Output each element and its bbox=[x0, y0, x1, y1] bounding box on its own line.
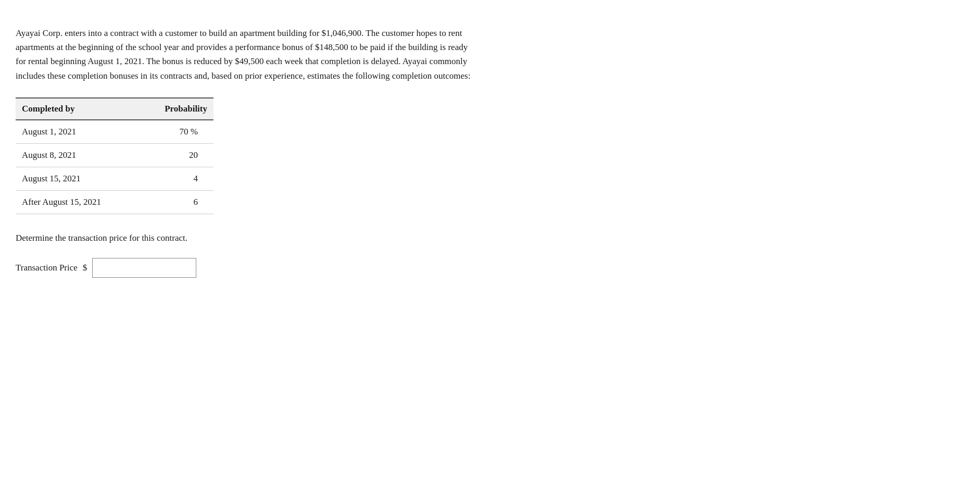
header-completed-by: Completed by bbox=[16, 98, 139, 120]
transaction-label: Transaction Price bbox=[16, 263, 78, 273]
table-row: August 15, 20214 bbox=[16, 167, 213, 190]
table-row: August 1, 202170 % bbox=[16, 120, 213, 144]
table-row: After August 15, 20216 bbox=[16, 190, 213, 214]
table-cell-date: August 15, 2021 bbox=[16, 167, 139, 190]
table-cell-probability: 6 bbox=[139, 190, 213, 214]
table-cell-probability: 20 bbox=[139, 143, 213, 167]
table-cell-date: After August 15, 2021 bbox=[16, 190, 139, 214]
main-container: Ayayai Corp. enters into a contract with… bbox=[10, 16, 479, 288]
completion-table: Completed by Probability August 1, 20217… bbox=[16, 97, 213, 214]
table-header-row: Completed by Probability bbox=[16, 98, 213, 120]
table-row: August 8, 202120 bbox=[16, 143, 213, 167]
determine-paragraph: Determine the transaction price for this… bbox=[16, 233, 474, 243]
completion-table-wrapper: Completed by Probability August 1, 20217… bbox=[16, 97, 213, 214]
transaction-row: Transaction Price $ bbox=[16, 258, 474, 278]
table-cell-probability: 70 % bbox=[139, 120, 213, 144]
table-cell-date: August 1, 2021 bbox=[16, 120, 139, 144]
transaction-price-input[interactable] bbox=[92, 258, 196, 278]
table-body: August 1, 202170 %August 8, 202120August… bbox=[16, 120, 213, 214]
table-cell-date: August 8, 2021 bbox=[16, 143, 139, 167]
header-probability: Probability bbox=[139, 98, 213, 120]
intro-paragraph: Ayayai Corp. enters into a contract with… bbox=[16, 26, 474, 83]
dollar-sign: $ bbox=[83, 263, 87, 273]
table-cell-probability: 4 bbox=[139, 167, 213, 190]
